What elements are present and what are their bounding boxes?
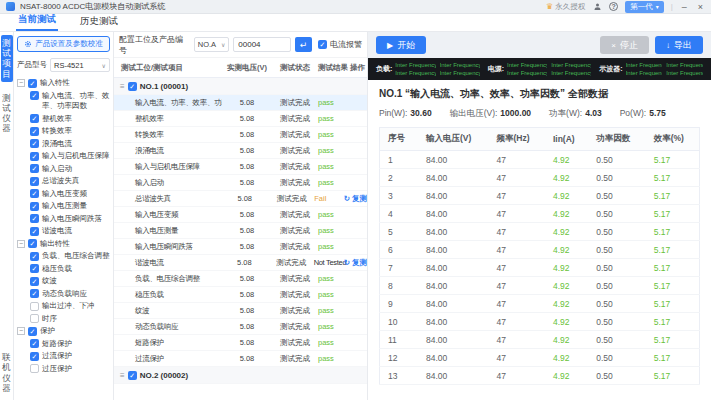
tree-item[interactable]: ✓输入电压测量	[30, 200, 110, 213]
drag-handle-icon[interactable]: ≡	[120, 371, 125, 380]
tree-item[interactable]: ✓过流保护	[30, 350, 110, 363]
close-button[interactable]: ×	[696, 2, 705, 12]
checkbox[interactable]: ✓	[30, 277, 39, 286]
tree-item[interactable]: ✓短路保护	[30, 338, 110, 351]
checkbox[interactable]: ✓	[30, 264, 39, 273]
checkbox[interactable]: ✓	[30, 289, 39, 298]
drag-handle-icon[interactable]: ≡	[120, 82, 125, 91]
tree-item[interactable]: ✓总谐波失真	[30, 175, 110, 188]
test-row[interactable]: 输入电压变频5.08测试完成pass	[114, 207, 367, 223]
product-model-row: 产品型号 RS-4521 ∨	[17, 58, 110, 72]
checkbox[interactable]: ✓	[128, 371, 137, 380]
version-button[interactable]: 第一代 ▾	[625, 1, 664, 13]
checkbox[interactable]: ✓	[28, 327, 37, 336]
checkbox[interactable]: ✓	[30, 139, 39, 148]
checkbox[interactable]: ✓	[128, 82, 137, 91]
station-group-row[interactable]: ≡✓NO.2 (00002)	[114, 367, 367, 384]
test-row[interactable]: 输入电压测量5.08测试完成pass	[114, 223, 367, 239]
checkbox[interactable]: ✓	[30, 177, 39, 186]
tree-item[interactable]: ✓负载、电压综合调整	[30, 250, 110, 263]
vtab-test-items[interactable]: 测试项目	[1, 35, 13, 82]
retest-button[interactable]: ↻ 复测	[344, 258, 367, 267]
checkbox[interactable]	[30, 314, 39, 323]
tree-item[interactable]: ✓输入启动	[30, 163, 110, 176]
test-row[interactable]: 动态负载响应5.08测试完成pass	[114, 319, 367, 335]
tree-item[interactable]: ✓浪涌电流	[30, 138, 110, 151]
checkbox[interactable]: ✓	[30, 352, 39, 361]
test-row[interactable]: 纹波5.08测试完成pass	[114, 303, 367, 319]
test-row[interactable]: 总谐波失真5.08测试完成Fail↻ 复测	[114, 191, 367, 207]
test-row[interactable]: 稳压负载5.08测试完成pass	[114, 287, 367, 303]
collapse-icon[interactable]: −	[17, 240, 25, 248]
tree-group[interactable]: −✓输出特性	[17, 238, 110, 251]
checkbox[interactable]	[30, 364, 39, 373]
tree-item[interactable]: ✓稳压负载	[30, 263, 110, 276]
tree-item[interactable]: ✓转换效率	[30, 125, 110, 138]
checkbox[interactable]: ✓	[30, 164, 39, 173]
checkbox[interactable]: ✓	[30, 227, 39, 236]
tree-item[interactable]: ✓输入与启机电压保障	[30, 150, 110, 163]
help-icon[interactable]: ?	[609, 2, 618, 11]
checkbox[interactable]: ✓	[30, 252, 39, 261]
test-row[interactable]: 谐波电流5.08测试完成Not Tested↻ 复测	[114, 255, 367, 271]
serial-number-input[interactable]	[233, 37, 291, 52]
checkbox[interactable]: ✓	[28, 79, 37, 88]
test-row[interactable]: 转换效率5.08测试完成pass	[114, 127, 367, 143]
start-button[interactable]: ▶ 开始	[376, 36, 426, 54]
product-settings-button[interactable]: 产品设置及参数校准	[17, 36, 110, 52]
result-column-header: 频率(Hz)	[489, 128, 545, 151]
tree-group[interactable]: −✓输入特性	[17, 77, 110, 90]
alarm-checkbox-wrap[interactable]: ✓ 电流报警	[318, 39, 362, 50]
test-row[interactable]: 输入启动5.08测试完成pass	[114, 175, 367, 191]
tree-item[interactable]: ✓整机效率	[30, 113, 110, 126]
tree-item[interactable]: ✓谐波电流	[30, 225, 110, 238]
vtab-test-instruments[interactable]: 测试仪器	[1, 90, 13, 137]
checkbox[interactable]: ✓	[30, 127, 39, 136]
test-row[interactable]: 输入电流、功率、效率、功率因数5.08测试完成pass	[114, 95, 367, 111]
tree-item[interactable]: 输出过冲、下冲	[30, 300, 110, 313]
tree-item[interactable]: ✓输入电压变频	[30, 188, 110, 201]
checkbox[interactable]: ✓	[30, 339, 39, 348]
tab-current-test[interactable]: 当前测试	[16, 11, 58, 31]
retest-button[interactable]: ↻ 复测	[344, 194, 367, 203]
checkbox[interactable]	[30, 302, 39, 311]
vtab-online-instruments[interactable]: 联机仪器	[1, 349, 13, 396]
test-status: 测试完成	[272, 306, 318, 316]
test-row[interactable]: 输入与启机电压保障5.08测试完成pass	[114, 159, 367, 175]
test-row[interactable]: 整机效率5.08测试完成pass	[114, 111, 367, 127]
test-row[interactable]: 过流保护5.08测试完成pass	[114, 351, 367, 367]
user-icon[interactable]	[592, 2, 602, 12]
test-row[interactable]: 短路保护5.08测试完成pass	[114, 335, 367, 351]
tree-item[interactable]: ✓输入电压瞬间跌落	[30, 213, 110, 226]
confirm-serial-button[interactable]: ↵	[295, 37, 312, 52]
tree-item[interactable]: ✓输入电流、功率、效率、功率因数	[30, 90, 110, 113]
checkbox[interactable]: ✓	[30, 91, 39, 100]
checkbox[interactable]: ✓	[30, 189, 39, 198]
tree-item[interactable]: ✓动态负载响应	[30, 288, 110, 301]
checkbox[interactable]: ✓	[30, 114, 39, 123]
collapse-icon[interactable]: −	[17, 79, 25, 87]
result-cell: 84.00	[418, 367, 489, 385]
product-model-select[interactable]: RS-4521 ∨	[50, 58, 110, 72]
tree-item[interactable]: 时序	[30, 313, 110, 326]
result-cell: 1	[380, 151, 419, 169]
tree-item[interactable]: 过压保护	[30, 363, 110, 376]
collapse-icon[interactable]: −	[17, 327, 25, 335]
tab-history-test[interactable]: 历史测试	[78, 13, 120, 31]
station-select[interactable]: NO.A ∨	[194, 37, 230, 52]
export-button[interactable]: ↓ 导出	[655, 36, 703, 54]
tree-group[interactable]: −✓保护	[17, 325, 110, 338]
tree-item[interactable]: ✓纹波	[30, 275, 110, 288]
test-row[interactable]: 浪涌电流5.08测试完成pass	[114, 143, 367, 159]
test-status: 测试完成	[269, 258, 314, 268]
checkbox[interactable]: ✓	[30, 214, 39, 223]
checkbox[interactable]: ✓	[30, 152, 39, 161]
stop-button[interactable]: × 停止	[600, 36, 649, 54]
minimize-button[interactable]: –	[680, 2, 689, 12]
test-row[interactable]: 输入电压瞬间跌落5.08测试完成pass	[114, 239, 367, 255]
checkbox[interactable]: ✓	[28, 239, 37, 248]
alarm-checkbox[interactable]: ✓	[318, 40, 327, 49]
test-row[interactable]: 负载、电压综合调整5.08测试完成pass	[114, 271, 367, 287]
station-group-row[interactable]: ≡✓NO.1 (00001)	[114, 78, 367, 95]
checkbox[interactable]: ✓	[30, 202, 39, 211]
